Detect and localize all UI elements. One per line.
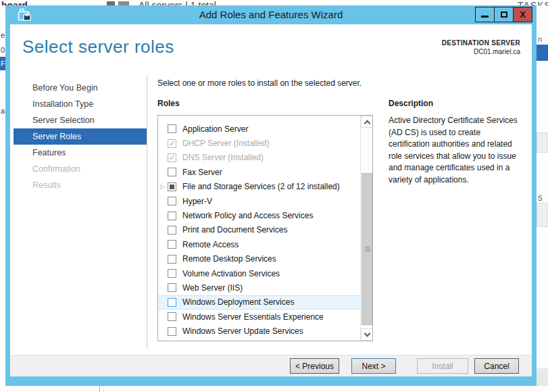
role-label: Application Server xyxy=(182,124,248,134)
background-text-fragment: e xyxy=(1,31,5,39)
role-hyper-v[interactable]: Hyper-V xyxy=(158,194,360,208)
role-label: Windows Server Essentials Experience xyxy=(182,312,324,322)
role-label: Volume Activation Services xyxy=(182,269,280,278)
nav-installation-type[interactable]: Installation Type xyxy=(14,96,147,112)
add-roles-wizard-dialog: Add Roles and Features Wizard X Select s… xyxy=(5,5,537,386)
sidebar-divider xyxy=(147,76,147,349)
role-network-policy[interactable]: Network Policy and Access Services xyxy=(158,208,360,222)
nav-before-you-begin[interactable]: Before You Begin xyxy=(14,80,147,96)
checkbox-unchecked[interactable] xyxy=(168,197,176,205)
nav-results: Results xyxy=(14,177,147,193)
checkbox-unchecked[interactable] xyxy=(168,298,176,307)
background-panel-fragment xyxy=(537,203,548,227)
previous-button[interactable]: < Previous xyxy=(290,358,339,374)
background-divider xyxy=(103,386,103,392)
background-panel-fragment xyxy=(537,132,548,153)
install-button: Install xyxy=(417,358,468,374)
checkbox-unchecked[interactable] xyxy=(168,240,176,249)
role-web-server-iis[interactable]: Web Server (IIS) xyxy=(158,280,360,295)
nav-server-roles[interactable]: Server Roles xyxy=(14,128,147,145)
checkbox-checked-disabled xyxy=(168,153,176,162)
nav-server-selection[interactable]: Server Selection xyxy=(14,112,147,128)
role-label: Network Policy and Access Services xyxy=(182,211,313,220)
close-button[interactable]: X xyxy=(513,7,532,22)
checkbox-unchecked[interactable] xyxy=(168,269,176,278)
window-controls: X xyxy=(476,7,532,22)
role-application-server[interactable]: Application Server xyxy=(158,122,360,136)
expander-icon[interactable]: ▷ xyxy=(158,183,168,190)
dialog-body: Select server roles DESTINATION SERVER D… xyxy=(10,24,532,376)
maximize-icon xyxy=(501,11,507,18)
role-file-storage-services[interactable]: ▷File and Storage Services (2 of 12 inst… xyxy=(158,180,360,194)
role-label: Remote Desktop Services xyxy=(182,254,276,264)
checkbox-unchecked[interactable] xyxy=(168,168,176,176)
roles-scrollbar[interactable] xyxy=(360,116,372,341)
instruction-text: Select one or more roles to install on t… xyxy=(157,78,362,88)
scroll-down-button[interactable] xyxy=(361,328,373,341)
destination-server-label: DESTINATION SERVER xyxy=(442,39,520,47)
nav-features[interactable]: Features xyxy=(14,145,147,161)
chevron-up-icon xyxy=(364,120,370,127)
role-fax-server[interactable]: Fax Server xyxy=(158,165,360,179)
role-server-update-services[interactable]: Windows Server Update Services xyxy=(158,324,360,338)
next-button[interactable]: Next > xyxy=(351,358,396,374)
role-print-document[interactable]: Print and Document Services xyxy=(158,223,360,237)
roles-rows: Application Server DHCP Server (Installe… xyxy=(158,122,360,339)
background-text-fragment: n xyxy=(538,35,542,43)
background-dashboard-fragment: board xyxy=(1,0,28,5)
wizard-content: Select server roles DESTINATION SERVER D… xyxy=(10,24,532,355)
wizard-steps-nav: Before You Begin Installation Type Serve… xyxy=(14,80,147,193)
checkbox-unchecked[interactable] xyxy=(168,283,176,292)
role-label: Fax Server xyxy=(182,168,222,177)
background-text-fragment: a xyxy=(1,107,5,115)
description-title: Description xyxy=(389,99,433,108)
checkbox-unchecked[interactable] xyxy=(168,212,176,220)
background-server-manager-bottom xyxy=(0,386,548,392)
scroll-up-button[interactable] xyxy=(361,116,373,128)
dialog-titlebar[interactable]: Add Roles and Features Wizard X xyxy=(5,5,537,24)
wizard-footer: < Previous Next > Install Cancel xyxy=(10,355,532,376)
destination-server-name: DC01.mariel.ca xyxy=(442,48,520,55)
role-windows-deployment[interactable]: Windows Deployment Services xyxy=(158,295,360,310)
scrollbar-grip-icon xyxy=(365,247,370,253)
checkbox-indeterminate[interactable] xyxy=(168,182,176,191)
background-selected-nav-fragment: F xyxy=(0,57,5,70)
role-server-essentials[interactable]: Windows Server Essentials Experience xyxy=(158,310,360,324)
nav-confirmation: Confirmation xyxy=(14,161,147,177)
roles-listbox[interactable]: Application Server DHCP Server (Installe… xyxy=(157,115,373,341)
checkbox-unchecked[interactable] xyxy=(168,312,176,321)
role-label: Windows Deployment Services xyxy=(182,297,294,307)
role-remote-desktop[interactable]: Remote Desktop Services xyxy=(158,252,360,266)
role-label: Web Server (IIS) xyxy=(182,283,243,293)
description-text: Active Directory Certificate Services (A… xyxy=(389,115,524,186)
role-remote-access[interactable]: Remote Access xyxy=(158,237,360,251)
checkbox-unchecked[interactable] xyxy=(168,124,176,133)
checkbox-checked-disabled xyxy=(168,139,176,148)
scrollbar-thumb[interactable] xyxy=(362,173,372,325)
background-tasks-label: TASKS xyxy=(518,0,548,5)
roles-list-label: Roles xyxy=(157,99,180,108)
background-blue-bar xyxy=(537,45,548,61)
destination-server-block: DESTINATION SERVER DC01.mariel.ca xyxy=(442,39,520,55)
checkbox-unchecked[interactable] xyxy=(168,226,176,235)
role-label: Windows Server Update Services xyxy=(182,326,303,336)
background-server-manager-right: n S xyxy=(537,5,548,392)
minimize-button[interactable] xyxy=(475,7,495,22)
role-dhcp-server[interactable]: DHCP Server (Installed) xyxy=(158,136,360,150)
role-label: DNS Server (Installed) xyxy=(182,153,264,162)
background-text-fragment: 0 xyxy=(1,46,5,54)
close-icon: X xyxy=(520,9,526,20)
background-all-servers-label: All servers | 1 total xyxy=(139,0,216,5)
background-divider xyxy=(99,386,100,392)
cancel-button[interactable]: Cancel xyxy=(474,358,519,374)
role-label: DHCP Server (Installed) xyxy=(182,139,269,148)
checkbox-unchecked[interactable] xyxy=(168,255,176,264)
role-label: Print and Document Services xyxy=(182,225,287,235)
chevron-down-icon xyxy=(364,330,370,337)
role-volume-activation[interactable]: Volume Activation Services xyxy=(158,266,360,280)
role-dns-server[interactable]: DNS Server (Installed) xyxy=(158,151,360,165)
maximize-button[interactable] xyxy=(494,7,514,22)
dialog-title: Add Roles and Features Wizard xyxy=(5,9,537,20)
screen: board All servers | 1 total TASKS e 0 F … xyxy=(0,0,548,392)
checkbox-unchecked[interactable] xyxy=(168,327,176,336)
